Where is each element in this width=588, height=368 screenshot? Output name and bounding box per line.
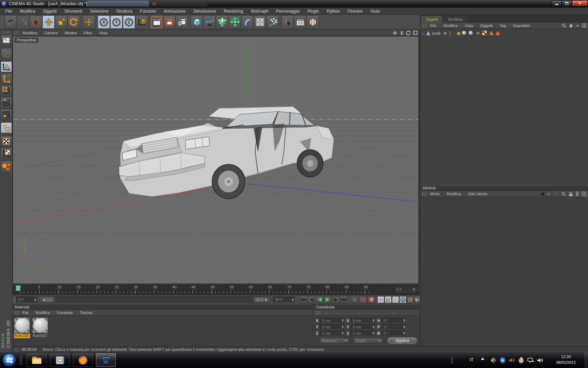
record-scale-button[interactable] [385, 296, 392, 303]
ruler-frame-field[interactable]: 0 F [394, 286, 416, 293]
keyframe-selection-button[interactable]: ? [368, 296, 375, 303]
texture-mode-button[interactable] [1, 136, 12, 146]
attr-menu-modo[interactable]: Modo [427, 192, 443, 196]
scale-z-field[interactable]: 0 cm [351, 330, 376, 336]
materials-grip[interactable] [14, 311, 19, 315]
record-parameter-button[interactable]: P [399, 296, 406, 303]
content-browser-button[interactable] [307, 15, 319, 29]
background-window[interactable] [87, 1, 149, 7]
add-spline-button[interactable] [203, 15, 216, 29]
timeline-ruler[interactable]: 051015202530354045505560657075808590 0 F [13, 285, 419, 295]
materials-menu-funzione[interactable]: Funzione [54, 311, 76, 315]
goto-end-button[interactable] [340, 296, 348, 303]
spinner-icon[interactable] [402, 332, 406, 335]
viewport-grip[interactable] [14, 31, 19, 35]
spinner-icon[interactable] [341, 325, 344, 328]
phong-tag-icon[interactable] [489, 31, 494, 35]
add-cube-button[interactable] [191, 15, 203, 29]
viewport-menu-mostra[interactable]: Mostra [61, 31, 80, 35]
undo-button[interactable] [5, 15, 17, 29]
record-button[interactable] [351, 296, 358, 303]
arrow-up-icon[interactable] [554, 192, 559, 196]
tray-lightning-icon[interactable] [499, 357, 506, 363]
render-picture-viewer-button[interactable] [163, 15, 175, 29]
render-visibility-dot2[interactable] [449, 34, 451, 36]
object-manager-grip[interactable] [422, 24, 427, 28]
point-mode-button[interactable] [1, 85, 12, 96]
spinner-icon[interactable] [412, 288, 415, 291]
lock-z-axis-button[interactable]: Z [123, 15, 135, 29]
rotate-tool-button[interactable] [68, 15, 80, 29]
spinner-icon[interactable] [34, 298, 37, 301]
goto-start-button[interactable] [300, 296, 307, 303]
menu-oggetti[interactable]: Oggetti [39, 8, 61, 15]
attributes-panel-title[interactable]: Attributi [420, 185, 588, 191]
materials-menu-modifica[interactable]: Modifica [32, 311, 54, 315]
tray-network-icon[interactable] [527, 357, 534, 363]
rot-h-field[interactable]: 0 ° [382, 318, 407, 323]
car-model[interactable] [119, 107, 334, 199]
render-visibility-dot[interactable] [449, 31, 451, 33]
search-icon[interactable] [562, 23, 566, 28]
redo-button[interactable] [17, 15, 29, 29]
scale-y-field[interactable]: 0 cm [351, 324, 376, 330]
menu-strumenti[interactable]: Strumenti [61, 8, 86, 15]
viewport-menu-camere[interactable]: Camere [41, 31, 61, 35]
om-menu-oggetti[interactable]: Oggetti [477, 23, 496, 28]
tab-oggetti[interactable]: Oggetti [421, 16, 442, 23]
menu-finestre[interactable]: Finestre [344, 8, 366, 15]
object-tree[interactable]: (null) [420, 29, 588, 197]
palette-grip[interactable] [1, 31, 10, 34]
menu-aiuto[interactable]: Aiuto [366, 8, 384, 15]
render-view-button[interactable] [150, 15, 163, 29]
model-mode-button[interactable] [1, 61, 12, 72]
move-tool-button[interactable] [42, 15, 55, 29]
tray-language[interactable]: IT [470, 357, 474, 362]
viewport-menu-modifica[interactable]: Modifica [19, 31, 41, 35]
menu-animazione[interactable]: Animazione [160, 8, 189, 15]
edge-mode-button[interactable] [1, 97, 12, 108]
preview-range-slider[interactable]: 0 F 90 F [40, 297, 270, 303]
play-backwards-button[interactable] [316, 296, 323, 303]
taskbar-media-player[interactable] [50, 353, 70, 367]
spinner-icon[interactable] [341, 332, 344, 335]
coordinate-system-button[interactable] [135, 15, 148, 29]
link-icon[interactable] [576, 191, 579, 196]
subdivision-surface-button[interactable] [216, 15, 228, 29]
rot-p-field[interactable]: 0 ° [382, 324, 407, 330]
plus-box-icon[interactable] [582, 23, 586, 28]
history-back-icon[interactable] [540, 192, 544, 196]
menu-simulazione[interactable]: Simulazione [189, 8, 220, 15]
om-menu-vista[interactable]: Vista [461, 23, 477, 28]
tray-avg-icon[interactable] [490, 357, 497, 363]
next-key-button[interactable] [332, 296, 340, 303]
live-selection-button[interactable] [30, 15, 42, 29]
range-start-handle[interactable]: 0 F [40, 297, 54, 302]
record-rotation-button[interactable] [392, 296, 399, 303]
material-thumbnail[interactable] [32, 317, 48, 333]
menu-selezione[interactable]: Selezione [86, 8, 112, 15]
menu-funzioni[interactable]: Funzioni [136, 8, 160, 15]
menu-mograph[interactable]: MoGraph [247, 8, 272, 15]
coordinate-scale-dropdown[interactable]: Scala [354, 338, 383, 343]
tray-volume-orange-icon[interactable] [508, 357, 515, 363]
disabled-coordinates-button[interactable] [1, 48, 12, 59]
minus-icon[interactable] [576, 24, 580, 28]
material-name[interactable]: 4carz102 [14, 334, 30, 338]
coordinate-mode-dropdown[interactable]: Assoluto [320, 338, 349, 343]
rot-b-field[interactable]: 0 ° [382, 330, 407, 336]
materials-menu-texture[interactable]: Texture [76, 311, 96, 315]
current-frame-field[interactable]: 0 F [16, 297, 38, 303]
lock-icon[interactable] [569, 192, 573, 196]
taskbar-cinema4d[interactable] [96, 353, 116, 367]
lock-y-axis-button[interactable]: Y [110, 15, 122, 29]
pos-x-field[interactable]: 0 cm [320, 318, 345, 323]
viewport-camera-label[interactable]: Prospettiva [14, 38, 38, 43]
start-button[interactable] [2, 353, 16, 367]
end-frame-field[interactable]: 90 F [273, 297, 295, 303]
pan-view-icon[interactable] [392, 30, 398, 35]
menu-file[interactable]: File [1, 8, 16, 15]
om-menu-file[interactable]: File [427, 23, 440, 28]
scale-x-field[interactable]: 0 cm [351, 318, 376, 323]
material-thumbnail[interactable] [14, 317, 30, 333]
